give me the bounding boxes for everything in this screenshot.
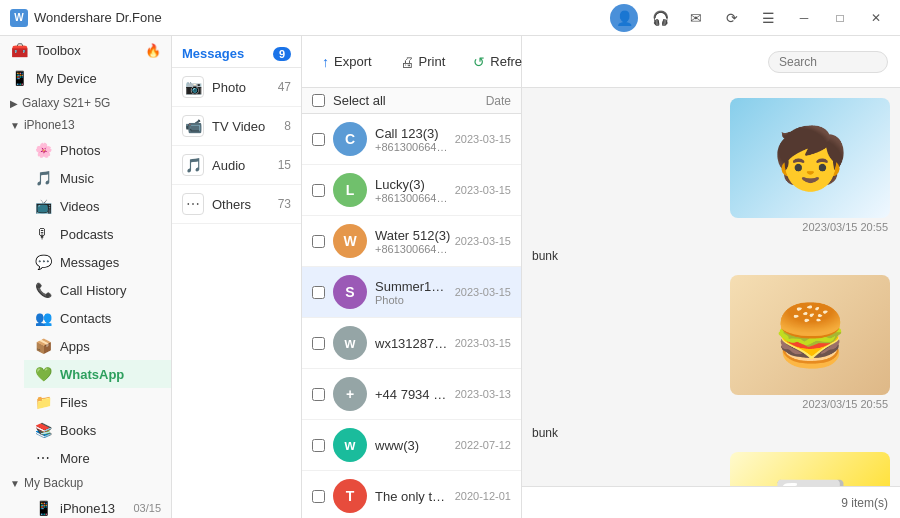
contacts-icon: 👥 [34,309,52,327]
whatsapp-label: WhatsApp [60,367,161,382]
call-history-label: Call History [60,283,161,298]
content-area: Messages 9 📷 Photo 47 📹 TV Video 8 🎵 Aud… [172,36,900,518]
backup-arrow-icon: ▼ [10,478,20,489]
sidebar-item-videos[interactable]: 📺 Videos [24,192,171,220]
my-backup-label: My Backup [24,476,83,490]
message-date: 2023-03-15 [455,286,511,298]
sidebar-item-music[interactable]: 🎵 Music [24,164,171,192]
files-label: Files [60,395,161,410]
message-checkbox[interactable] [312,286,325,299]
support-icon[interactable]: 🎧 [646,4,674,32]
toolbox-icon: 🧰 [10,41,28,59]
books-label: Books [60,423,161,438]
preview-image-2: 🍔 [730,275,890,395]
message-list-item[interactable]: + +44 7934 457178(16) 2023-03-13 [302,369,521,420]
message-checkbox[interactable] [312,235,325,248]
sidebar-item-whatsapp[interactable]: 💚 WhatsApp [24,360,171,388]
maximize-button[interactable]: □ [826,4,854,32]
app-logo: W [10,9,28,27]
media-panel-item[interactable]: 🎵 Audio 15 [172,146,301,185]
preview-image-block-3: 👨‍👩‍👦 [532,452,890,486]
message-info: Summer1215(246) Photo [375,279,451,306]
sidebar-item-call-history[interactable]: 📞 Call History [24,276,171,304]
export-label: Export [334,54,372,69]
photos-icon: 🌸 [34,141,52,159]
music-label: Music [60,171,161,186]
sidebar-item-my-device[interactable]: 📱 My Device [0,64,171,92]
videos-icon: 📺 [34,197,52,215]
sidebar-item-messages[interactable]: 💬 Messages [24,248,171,276]
media-item-icon: ⋯ [182,193,204,215]
media-item-icon: 🎵 [182,154,204,176]
message-avatar: S [333,275,367,309]
message-checkbox[interactable] [312,439,325,452]
sidebar-item-files[interactable]: 📁 Files [24,388,171,416]
message-date: 2023-03-15 [455,184,511,196]
message-checkbox[interactable] [312,184,325,197]
media-items-list: 📷 Photo 47 📹 TV Video 8 🎵 Audio 15 ⋯ Oth… [172,68,301,224]
sidebar-item-contacts[interactable]: 👥 Contacts [24,304,171,332]
videos-label: Videos [60,199,161,214]
media-panel-item[interactable]: 📹 TV Video 8 [172,107,301,146]
message-list-item[interactable]: S Summer1215(246) Photo 2023-03-15 [302,267,521,318]
contacts-label: Contacts [60,311,161,326]
message-list-item[interactable]: T The only thing that(3) 2020-12-01 [302,471,521,518]
message-name: Lucky(3) [375,177,451,192]
photos-label: Photos [60,143,161,158]
sidebar-group-galaxy[interactable]: ▶ Galaxy S21+ 5G [0,92,171,114]
message-checkbox[interactable] [312,337,325,350]
close-button[interactable]: ✕ [862,4,890,32]
sidebar-item-toolbox[interactable]: 🧰 Toolbox 🔥 [0,36,171,64]
message-checkbox[interactable] [312,388,325,401]
message-checkbox[interactable] [312,490,325,503]
message-name: www(3) [375,438,451,453]
message-avatar: w [333,428,367,462]
more-icon: ⋯ [34,449,52,467]
sidebar-group-iphone13[interactable]: ▼ iPhone13 [0,114,171,136]
preview-search-input[interactable] [779,55,900,69]
sidebar-group-my-backup[interactable]: ▼ My Backup [0,472,171,494]
sidebar-item-photos[interactable]: 🌸 Photos [24,136,171,164]
media-item-label: TV Video [212,119,284,134]
message-name: +44 7934 457178(16) [375,387,451,402]
sidebar-item-apps[interactable]: 📦 Apps [24,332,171,360]
minimize-button[interactable]: ─ [790,4,818,32]
media-panel-item[interactable]: ⋯ Others 73 [172,185,301,224]
sidebar-item-iphone13-backup[interactable]: 📱 iPhone13 03/15 [24,494,171,518]
title-bar: W Wondershare Dr.Fone 👤 🎧 ✉ ⟳ ☰ ─ □ ✕ [0,0,900,36]
iphone13-backup-date: 03/15 [133,502,161,514]
mail-icon[interactable]: ✉ [682,4,710,32]
message-list-item[interactable]: L Lucky(3) +8613006640625 c... 2023-03-1… [302,165,521,216]
media-panel-item[interactable]: 📷 Photo 47 [172,68,301,107]
message-name: wx13128788841(67) [375,336,451,351]
media-item-count: 15 [278,158,291,172]
message-sub: +8613006640625 c... [375,141,451,153]
export-button[interactable]: ↑ Export [314,49,380,75]
iphone13-sub-items: 🌸 Photos 🎵 Music 📺 Videos 🎙 Podcasts 💬 M… [0,136,171,472]
toolbox-label: Toolbox [36,43,145,58]
preview-toolbar: 🔍 [522,36,900,88]
history-icon[interactable]: ⟳ [718,4,746,32]
message-list-item[interactable]: w www(3) 2022-07-12 [302,420,521,471]
user-avatar-icon[interactable]: 👤 [610,4,638,32]
message-list-item[interactable]: w wx13128788841(67) 2023-03-15 [302,318,521,369]
sidebar-item-books[interactable]: 📚 Books [24,416,171,444]
media-panel: Messages 9 📷 Photo 47 📹 TV Video 8 🎵 Aud… [172,36,302,518]
message-checkbox[interactable] [312,133,325,146]
menu-icon[interactable]: ☰ [754,4,782,32]
sidebar-item-podcasts[interactable]: 🎙 Podcasts [24,220,171,248]
iphone13-label: iPhone13 [24,118,75,132]
preview-search-wrap: 🔍 [768,51,888,73]
select-all-checkbox[interactable] [312,94,325,107]
message-list-item[interactable]: W Water 512(3) +8613006640625 c... 2023-… [302,216,521,267]
print-button[interactable]: 🖨 Print [392,49,454,75]
galaxy-label: Galaxy S21+ 5G [22,96,110,110]
sidebar-item-more[interactable]: ⋯ More [24,444,171,472]
podcasts-icon: 🎙 [34,225,52,243]
preview-content: 🧒 2023/03/15 20:55 bunk 🍔 2023/03/15 20:… [522,88,900,486]
sidebar: 🧰 Toolbox 🔥 📱 My Device ▶ Galaxy S21+ 5G… [0,36,172,518]
media-item-count: 73 [278,197,291,211]
media-item-label: Photo [212,80,278,95]
message-list-item[interactable]: C Call 123(3) +8613006640625 c... 2023-0… [302,114,521,165]
preview-panel: 🔍 🧒 2023/03/15 20:55 bunk 🍔 202 [522,36,900,518]
